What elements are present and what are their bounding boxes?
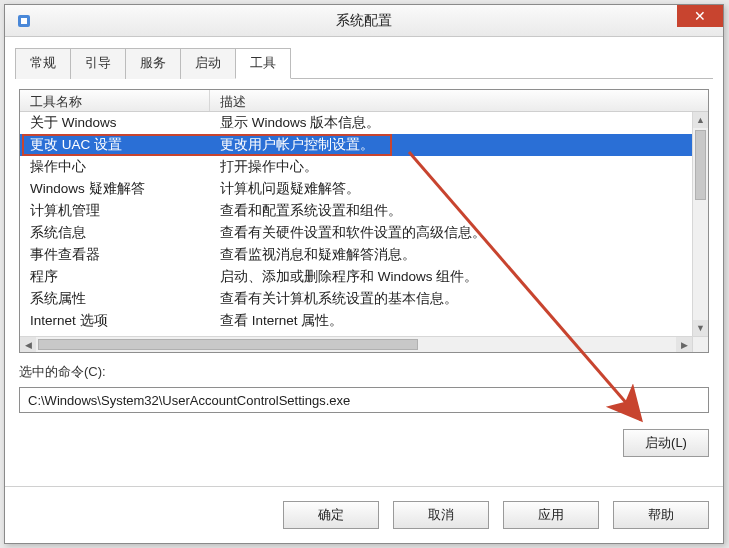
launch-button[interactable]: 启动(L): [623, 429, 709, 457]
tab-startup[interactable]: 启动: [180, 48, 236, 79]
scroll-down-button[interactable]: ▼: [693, 320, 708, 336]
footer-divider: [5, 486, 723, 487]
list-item[interactable]: 程序 启动、添加或删除程序和 Windows 组件。: [20, 266, 692, 288]
list-item[interactable]: 关于 Windows 显示 Windows 版本信息。: [20, 112, 692, 134]
msconfig-window: 系统配置 ✕ 常规 引导 服务 启动 工具 工具名称 描述 关于 Windows: [4, 4, 724, 544]
horizontal-scrollbar[interactable]: ◀ ▶: [20, 336, 692, 352]
cancel-button[interactable]: 取消: [393, 501, 489, 529]
list-item[interactable]: Internet 选项 查看 Internet 属性。: [20, 310, 692, 332]
tab-strip: 常规 引导 服务 启动 工具: [5, 37, 723, 78]
selected-command-group: 选中的命令(C):: [19, 363, 709, 413]
svg-rect-1: [21, 18, 27, 24]
list-body: 关于 Windows 显示 Windows 版本信息。 更改 UAC 设置 更改…: [20, 112, 692, 336]
apply-button[interactable]: 应用: [503, 501, 599, 529]
tools-listview[interactable]: 工具名称 描述 关于 Windows 显示 Windows 版本信息。 更改 U…: [19, 89, 709, 353]
list-item[interactable]: Windows 疑难解答 计算机问题疑难解答。: [20, 178, 692, 200]
scroll-corner: [692, 336, 708, 352]
app-icon: [15, 12, 33, 30]
list-item[interactable]: 系统信息 查看有关硬件设置和软件设置的高级信息。: [20, 222, 692, 244]
scroll-left-button[interactable]: ◀: [20, 337, 36, 352]
tab-tools[interactable]: 工具: [235, 48, 291, 79]
scroll-right-button[interactable]: ▶: [676, 337, 692, 352]
selected-command-label: 选中的命令(C):: [19, 363, 709, 381]
tab-boot[interactable]: 引导: [70, 48, 126, 79]
titlebar: 系统配置 ✕: [5, 5, 723, 37]
vertical-scrollbar[interactable]: ▲ ▼: [692, 112, 708, 336]
ok-button[interactable]: 确定: [283, 501, 379, 529]
client-area: 常规 引导 服务 启动 工具 工具名称 描述 关于 Windows 显示 Win…: [5, 37, 723, 543]
tab-general[interactable]: 常规: [15, 48, 71, 79]
hscroll-thumb[interactable]: [38, 339, 418, 350]
column-name[interactable]: 工具名称: [20, 90, 210, 111]
list-item[interactable]: 事件查看器 查看监视消息和疑难解答消息。: [20, 244, 692, 266]
tools-panel: 工具名称 描述 关于 Windows 显示 Windows 版本信息。 更改 U…: [5, 79, 723, 469]
selected-command-input[interactable]: [19, 387, 709, 413]
column-description[interactable]: 描述: [210, 90, 708, 111]
list-item[interactable]: 计算机管理 查看和配置系统设置和组件。: [20, 200, 692, 222]
list-item[interactable]: 操作中心 打开操作中心。: [20, 156, 692, 178]
scroll-up-button[interactable]: ▲: [693, 112, 708, 128]
list-header: 工具名称 描述: [20, 90, 708, 112]
window-title: 系统配置: [5, 12, 723, 30]
tab-services[interactable]: 服务: [125, 48, 181, 79]
list-item[interactable]: 系统属性 查看有关计算机系统设置的基本信息。: [20, 288, 692, 310]
close-icon: ✕: [694, 8, 706, 24]
scroll-thumb[interactable]: [695, 130, 706, 200]
dialog-buttons: 确定 取消 应用 帮助: [283, 501, 709, 529]
close-button[interactable]: ✕: [677, 5, 723, 27]
help-button[interactable]: 帮助: [613, 501, 709, 529]
list-item[interactable]: 更改 UAC 设置 更改用户帐户控制设置。: [20, 134, 692, 156]
